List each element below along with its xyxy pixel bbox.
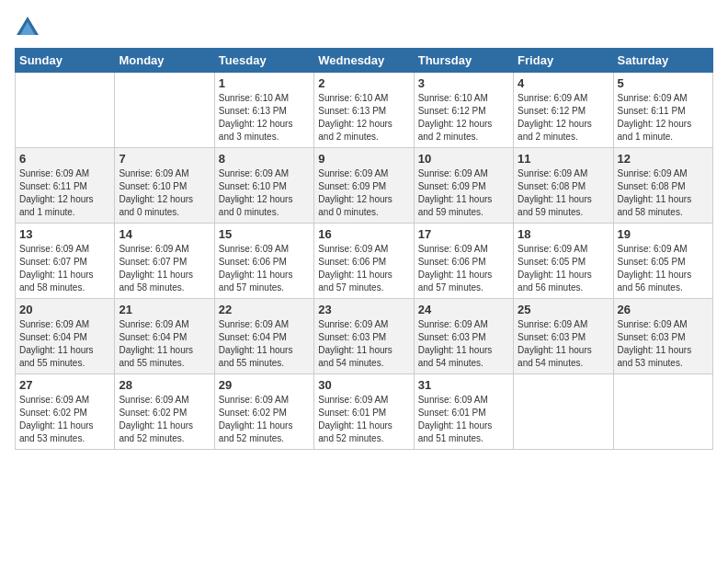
day-number: 20 — [19, 303, 110, 316]
day-info: Sunrise: 6:09 AM Sunset: 6:03 PM Dayligh… — [318, 318, 409, 370]
day-info: Sunrise: 6:09 AM Sunset: 6:03 PM Dayligh… — [618, 318, 709, 370]
logo-icon — [15, 15, 40, 40]
day-info: Sunrise: 6:09 AM Sunset: 6:09 PM Dayligh… — [418, 167, 509, 219]
day-info: Sunrise: 6:09 AM Sunset: 6:03 PM Dayligh… — [418, 318, 509, 370]
calendar-cell: 25Sunrise: 6:09 AM Sunset: 6:03 PM Dayli… — [514, 299, 613, 374]
day-number: 31 — [418, 378, 509, 392]
day-number: 14 — [119, 227, 210, 241]
calendar-cell: 14Sunrise: 6:09 AM Sunset: 6:07 PM Dayli… — [115, 224, 214, 299]
day-info: Sunrise: 6:10 AM Sunset: 6:12 PM Dayligh… — [418, 92, 509, 144]
day-info: Sunrise: 6:09 AM Sunset: 6:04 PM Dayligh… — [119, 318, 210, 370]
calendar-cell: 22Sunrise: 6:09 AM Sunset: 6:04 PM Dayli… — [214, 299, 313, 374]
calendar-cell: 9Sunrise: 6:09 AM Sunset: 6:09 PM Daylig… — [314, 148, 414, 224]
day-info: Sunrise: 6:09 AM Sunset: 6:12 PM Dayligh… — [518, 92, 609, 144]
calendar-cell: 30Sunrise: 6:09 AM Sunset: 6:01 PM Dayli… — [314, 374, 414, 450]
day-number: 8 — [219, 152, 310, 166]
logo — [15, 15, 44, 40]
calendar-cell: 11Sunrise: 6:09 AM Sunset: 6:08 PM Dayli… — [514, 148, 613, 224]
calendar-cell: 18Sunrise: 6:09 AM Sunset: 6:05 PM Dayli… — [514, 224, 613, 299]
calendar-header-tuesday: Tuesday — [214, 49, 313, 73]
day-info: Sunrise: 6:09 AM Sunset: 6:04 PM Dayligh… — [219, 318, 310, 370]
day-number: 16 — [318, 227, 409, 241]
day-info: Sunrise: 6:09 AM Sunset: 6:08 PM Dayligh… — [618, 167, 709, 219]
calendar-week-row: 20Sunrise: 6:09 AM Sunset: 6:04 PM Dayli… — [16, 299, 713, 374]
calendar-cell: 6Sunrise: 6:09 AM Sunset: 6:11 PM Daylig… — [16, 148, 115, 224]
calendar-cell: 23Sunrise: 6:09 AM Sunset: 6:03 PM Dayli… — [314, 299, 414, 374]
day-number: 15 — [219, 227, 310, 241]
day-info: Sunrise: 6:09 AM Sunset: 6:06 PM Dayligh… — [418, 243, 509, 294]
calendar-week-row: 6Sunrise: 6:09 AM Sunset: 6:11 PM Daylig… — [16, 148, 713, 224]
day-info: Sunrise: 6:09 AM Sunset: 6:04 PM Dayligh… — [19, 318, 110, 370]
calendar-cell: 26Sunrise: 6:09 AM Sunset: 6:03 PM Dayli… — [613, 299, 712, 374]
day-number: 11 — [518, 152, 609, 166]
calendar-header-saturday: Saturday — [613, 49, 712, 73]
calendar-table: SundayMondayTuesdayWednesdayThursdayFrid… — [15, 48, 713, 450]
day-number: 4 — [518, 76, 609, 90]
calendar-cell: 29Sunrise: 6:09 AM Sunset: 6:02 PM Dayli… — [214, 374, 313, 450]
day-info: Sunrise: 6:09 AM Sunset: 6:01 PM Dayligh… — [418, 394, 509, 445]
day-number: 30 — [318, 378, 409, 392]
day-info: Sunrise: 6:09 AM Sunset: 6:11 PM Dayligh… — [618, 92, 709, 144]
day-info: Sunrise: 6:10 AM Sunset: 6:13 PM Dayligh… — [318, 92, 409, 144]
calendar-cell: 21Sunrise: 6:09 AM Sunset: 6:04 PM Dayli… — [115, 299, 214, 374]
day-number: 10 — [418, 152, 509, 166]
day-info: Sunrise: 6:09 AM Sunset: 6:11 PM Dayligh… — [19, 167, 110, 219]
day-number: 22 — [219, 303, 310, 316]
calendar-cell: 5Sunrise: 6:09 AM Sunset: 6:11 PM Daylig… — [613, 73, 712, 148]
day-info: Sunrise: 6:09 AM Sunset: 6:02 PM Dayligh… — [19, 394, 110, 445]
day-number: 25 — [518, 303, 609, 316]
day-number: 12 — [618, 152, 709, 166]
day-info: Sunrise: 6:09 AM Sunset: 6:06 PM Dayligh… — [318, 243, 409, 294]
calendar-cell — [613, 374, 712, 450]
calendar-header-thursday: Thursday — [414, 49, 513, 73]
day-info: Sunrise: 6:09 AM Sunset: 6:10 PM Dayligh… — [119, 167, 210, 219]
day-info: Sunrise: 6:09 AM Sunset: 6:02 PM Dayligh… — [119, 394, 210, 445]
calendar-cell: 3Sunrise: 6:10 AM Sunset: 6:12 PM Daylig… — [414, 73, 513, 148]
calendar-cell: 27Sunrise: 6:09 AM Sunset: 6:02 PM Dayli… — [16, 374, 115, 450]
day-number: 28 — [119, 378, 210, 392]
day-info: Sunrise: 6:09 AM Sunset: 6:05 PM Dayligh… — [618, 243, 709, 294]
page-header — [15, 15, 713, 40]
calendar-header-monday: Monday — [115, 49, 214, 73]
calendar-header-friday: Friday — [514, 49, 613, 73]
day-number: 29 — [219, 378, 310, 392]
day-number: 13 — [19, 227, 110, 241]
day-info: Sunrise: 6:09 AM Sunset: 6:01 PM Dayligh… — [318, 394, 409, 445]
calendar-cell: 7Sunrise: 6:09 AM Sunset: 6:10 PM Daylig… — [115, 148, 214, 224]
calendar-header-wednesday: Wednesday — [314, 49, 414, 73]
day-info: Sunrise: 6:09 AM Sunset: 6:10 PM Dayligh… — [219, 167, 310, 219]
day-info: Sunrise: 6:09 AM Sunset: 6:05 PM Dayligh… — [518, 243, 609, 294]
day-number: 17 — [418, 227, 509, 241]
calendar-cell: 24Sunrise: 6:09 AM Sunset: 6:03 PM Dayli… — [414, 299, 513, 374]
calendar-cell: 10Sunrise: 6:09 AM Sunset: 6:09 PM Dayli… — [414, 148, 513, 224]
calendar-cell: 19Sunrise: 6:09 AM Sunset: 6:05 PM Dayli… — [613, 224, 712, 299]
calendar-week-row: 27Sunrise: 6:09 AM Sunset: 6:02 PM Dayli… — [16, 374, 713, 450]
calendar-cell: 4Sunrise: 6:09 AM Sunset: 6:12 PM Daylig… — [514, 73, 613, 148]
calendar-cell: 12Sunrise: 6:09 AM Sunset: 6:08 PM Dayli… — [613, 148, 712, 224]
day-number: 24 — [418, 303, 509, 316]
day-number: 18 — [518, 227, 609, 241]
day-number: 21 — [119, 303, 210, 316]
calendar-week-row: 1Sunrise: 6:10 AM Sunset: 6:13 PM Daylig… — [16, 73, 713, 148]
day-number: 7 — [119, 152, 210, 166]
day-number: 5 — [618, 76, 709, 90]
day-number: 6 — [19, 152, 110, 166]
calendar-cell — [514, 374, 613, 450]
day-number: 27 — [19, 378, 110, 392]
day-number: 19 — [618, 227, 709, 241]
calendar-cell: 2Sunrise: 6:10 AM Sunset: 6:13 PM Daylig… — [314, 73, 414, 148]
day-number: 1 — [219, 76, 310, 90]
calendar-cell — [115, 73, 214, 148]
calendar-cell: 1Sunrise: 6:10 AM Sunset: 6:13 PM Daylig… — [214, 73, 313, 148]
calendar-cell: 28Sunrise: 6:09 AM Sunset: 6:02 PM Dayli… — [115, 374, 214, 450]
day-info: Sunrise: 6:09 AM Sunset: 6:07 PM Dayligh… — [19, 243, 110, 294]
calendar-cell: 15Sunrise: 6:09 AM Sunset: 6:06 PM Dayli… — [214, 224, 313, 299]
calendar-cell: 13Sunrise: 6:09 AM Sunset: 6:07 PM Dayli… — [16, 224, 115, 299]
day-number: 9 — [318, 152, 409, 166]
calendar-cell: 8Sunrise: 6:09 AM Sunset: 6:10 PM Daylig… — [214, 148, 313, 224]
day-number: 23 — [318, 303, 409, 316]
day-info: Sunrise: 6:09 AM Sunset: 6:03 PM Dayligh… — [518, 318, 609, 370]
day-info: Sunrise: 6:10 AM Sunset: 6:13 PM Dayligh… — [219, 92, 310, 144]
calendar-header-sunday: Sunday — [16, 49, 115, 73]
calendar-cell: 16Sunrise: 6:09 AM Sunset: 6:06 PM Dayli… — [314, 224, 414, 299]
